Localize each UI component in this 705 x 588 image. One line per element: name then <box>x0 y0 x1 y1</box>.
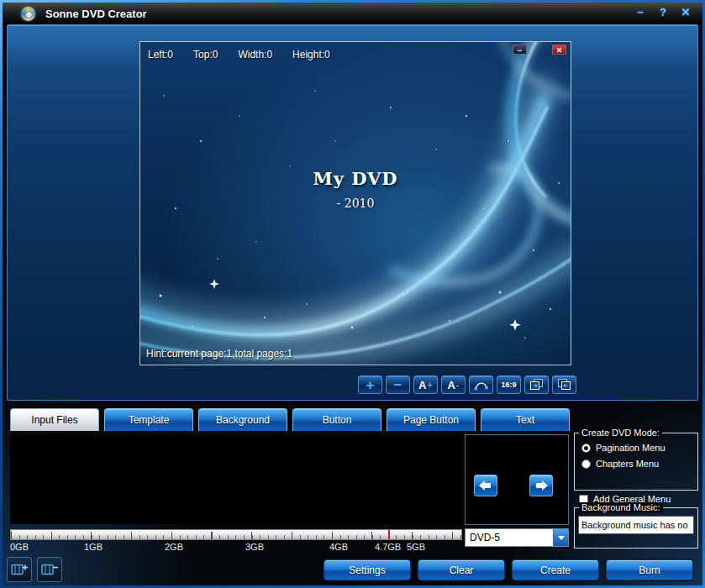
coord-top: Top:0 <box>193 49 218 60</box>
aspect-ratio-button[interactable]: 16:9 <box>497 375 521 394</box>
capacity-label: 4.7GB <box>375 542 401 552</box>
pagination-menu-label: Pagination Menu <box>596 443 666 453</box>
create-button[interactable]: Create <box>512 559 599 580</box>
preview-panel: Left:0 Top:0 Width:0 Height:0 − ✕ My DVD… <box>7 24 698 401</box>
selection-coordinates: Left:0 Top:0 Width:0 Height:0 <box>148 49 330 60</box>
window-title: Sonne DVD Creator <box>45 8 147 20</box>
settings-button[interactable]: Settings <box>324 559 411 580</box>
coord-width: Width:0 <box>238 49 272 60</box>
capacity-meter: 0GB 1GB 2GB 3GB 4GB 4.7GB 5GB <box>10 529 462 554</box>
plus-sign-icon: + <box>427 381 432 390</box>
menu-preview-canvas[interactable]: Left:0 Top:0 Width:0 Height:0 − ✕ My DVD… <box>139 41 571 365</box>
font-decrease-button[interactable]: A - <box>441 375 466 394</box>
add-object-button[interactable]: + <box>358 375 382 394</box>
capacity-label: 5GB <box>407 542 425 552</box>
page-nav-panel <box>465 434 569 525</box>
dvd-type-value: DVD-5 <box>466 529 553 546</box>
curve-tool-button[interactable] <box>469 375 493 394</box>
chapters-menu-radio[interactable]: Chapters Menu <box>581 459 697 469</box>
add-file-button[interactable] <box>7 557 32 582</box>
page-back-icon <box>557 379 571 391</box>
capacity-label: 4GB <box>329 542 348 552</box>
dvd-mode-group: Create DVD Mode: Pagination Menu Chapter… <box>574 433 698 491</box>
page-forward-icon <box>529 379 544 391</box>
window-body: Sonne DVD Creator − ? ✕ <box>3 3 702 585</box>
bring-forward-button[interactable] <box>524 375 549 394</box>
capacity-limit-marker <box>388 530 390 539</box>
background-music-group: Background Music: <box>574 507 698 549</box>
tab-button[interactable]: Button <box>292 408 381 431</box>
chevron-down-icon <box>553 529 568 546</box>
burn-button[interactable]: Burn <box>606 559 693 580</box>
chapters-menu-label: Chapters Menu <box>596 459 659 469</box>
page-hint: Hint:current page:1,total pages:1 <box>146 348 292 360</box>
capacity-labels: 0GB 1GB 2GB 3GB 4GB 4.7GB 5GB <box>10 541 462 553</box>
app-window: Sonne DVD Creator − ? ✕ <box>0 0 705 588</box>
arrow-right-icon <box>534 480 548 491</box>
pagination-menu-radio[interactable]: Pagination Menu <box>581 443 697 453</box>
dvd-mode-title: Create DVD Mode: <box>579 428 662 438</box>
tab-page-button[interactable]: Page Button <box>387 408 476 431</box>
send-backward-button[interactable] <box>552 375 576 394</box>
font-increase-icon: A <box>418 380 426 391</box>
close-button[interactable]: ✕ <box>679 6 692 18</box>
remove-file-button[interactable] <box>37 557 62 582</box>
file-list-area[interactable] <box>10 433 462 524</box>
radio-selected-icon <box>581 444 591 453</box>
radio-unselected-icon <box>581 459 591 469</box>
background-music-title: Background Music: <box>579 502 663 512</box>
capacity-label: 3GB <box>245 542 264 552</box>
window-controls: − ? ✕ <box>634 6 692 18</box>
help-button[interactable]: ? <box>656 6 670 18</box>
font-decrease-icon: A <box>447 380 455 391</box>
arrow-left-icon <box>479 480 492 491</box>
preview-minimize-button[interactable]: − <box>513 45 527 55</box>
dvd-type-select[interactable]: DVD-5 <box>465 528 569 547</box>
tab-input-files[interactable]: Input Files <box>10 408 99 431</box>
tab-template[interactable]: Template <box>104 408 193 431</box>
coord-height: Height:0 <box>292 49 330 60</box>
tab-text[interactable]: Text <box>481 408 570 431</box>
title-bar: Sonne DVD Creator − ? ✕ <box>3 3 702 24</box>
preview-toolbar: + − A + A - <box>358 375 576 394</box>
menu-subtitle-text[interactable]: - 2010 <box>140 197 571 210</box>
app-logo-icon <box>21 7 35 21</box>
minimize-button[interactable]: − <box>634 6 647 18</box>
aspect-ratio-label: 16:9 <box>501 381 516 389</box>
capacity-label: 0GB <box>10 542 29 552</box>
background-music-input[interactable] <box>578 516 694 534</box>
plus-icon: + <box>366 378 375 392</box>
minus-icon: − <box>394 378 402 392</box>
tab-bar: Input Files Template Background Button P… <box>10 408 570 432</box>
capacity-track <box>10 529 462 540</box>
coord-left: Left:0 <box>148 49 173 60</box>
filmstrip-minus-icon <box>41 562 59 577</box>
preview-close-button[interactable]: ✕ <box>552 45 566 55</box>
minus-sign-icon: - <box>456 381 460 390</box>
font-increase-button[interactable]: A + <box>413 375 438 394</box>
bezier-curve-icon <box>474 380 488 391</box>
prev-page-button[interactable] <box>474 475 497 496</box>
clear-button[interactable]: Clear <box>418 559 505 580</box>
filmstrip-plus-icon <box>11 562 29 577</box>
capacity-label: 2GB <box>165 542 183 552</box>
preview-window-controls: − ✕ <box>513 45 566 55</box>
menu-title-text[interactable]: My DVD <box>140 168 571 189</box>
next-page-button[interactable] <box>529 475 553 496</box>
tab-background[interactable]: Background <box>198 408 287 431</box>
remove-object-button[interactable]: − <box>386 375 410 394</box>
capacity-label: 1GB <box>84 542 103 552</box>
